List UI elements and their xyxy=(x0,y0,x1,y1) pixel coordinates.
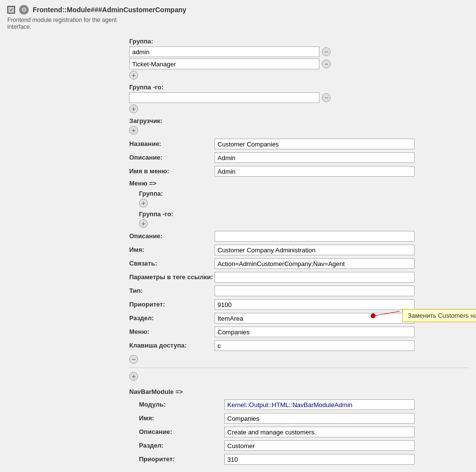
navbar-name-content xyxy=(224,413,469,424)
menu-access-key-input[interactable] xyxy=(215,340,415,351)
group-ro-add-btn[interactable]: + xyxy=(129,104,138,113)
menu-section-title: Меню => xyxy=(129,180,469,187)
content-area: Группа: − − + Группа -го: − xyxy=(7,38,469,468)
navbar-name-input[interactable] xyxy=(224,413,415,424)
group-row-1: − xyxy=(129,46,469,57)
menu-name-input[interactable] xyxy=(215,166,415,177)
menu-priority-input[interactable] xyxy=(215,299,415,310)
description-input[interactable] xyxy=(215,152,415,163)
name-content xyxy=(215,139,469,149)
menu-section2-label: Раздел: xyxy=(129,313,215,322)
navbar-priority-label: Приоритет: xyxy=(139,454,224,463)
group-ro-label: Группа -го: xyxy=(129,83,469,91)
menu-priority-content xyxy=(215,299,469,310)
navbar-section-input[interactable] xyxy=(224,440,415,451)
navbar-section-content xyxy=(224,440,469,451)
module-subtitle: Frontend module registration for the age… xyxy=(7,17,129,30)
navbar-description-label: Описание: xyxy=(139,427,224,435)
menu-name-row: Имя в меню: xyxy=(129,166,469,177)
navbar-description-input[interactable] xyxy=(224,427,415,437)
group-label: Группа: xyxy=(129,38,469,45)
menu-name-label: Имя в меню: xyxy=(129,166,215,175)
module-checkbox[interactable] xyxy=(7,6,15,14)
menu-type-row: Тип: xyxy=(129,286,469,296)
navbar-module-row: Модуль: xyxy=(139,399,469,410)
name-input[interactable] xyxy=(215,139,415,149)
group-remove-2[interactable]: − xyxy=(322,60,331,68)
navbar-description-content xyxy=(224,427,469,437)
menu-name2-row: Имя: xyxy=(129,245,469,255)
menu-description-content xyxy=(215,231,469,242)
description-content xyxy=(215,152,469,163)
group-ro-row: − xyxy=(129,92,469,103)
section-controls: − xyxy=(129,355,469,364)
menu-menu-label: Меню: xyxy=(129,327,215,335)
group-ro-remove[interactable]: − xyxy=(322,93,331,102)
menu-description-label: Описание: xyxy=(129,231,215,240)
navbar-priority-input[interactable] xyxy=(224,454,415,465)
navbar-priority-content xyxy=(224,454,469,465)
name-label: Название: xyxy=(129,139,215,147)
navbar-section-title: NavBarModule => xyxy=(129,388,469,395)
name-row: Название: xyxy=(129,139,469,149)
group-ro-field: Группа -го: − + xyxy=(129,83,469,113)
navbar-module-input[interactable] xyxy=(224,399,415,410)
tooltip-popup: Заменить Customers на Companies xyxy=(402,309,476,322)
module-header: ⚙ Frontend::Module###AdminCustomerCompan… xyxy=(7,5,469,15)
navbar-section-row: Раздел: xyxy=(139,440,469,451)
module-title: Frontend::Module###AdminCustomerCompany xyxy=(33,6,186,14)
description-label: Описание: xyxy=(129,152,215,161)
menu-name2-content xyxy=(215,245,469,255)
description-row: Описание: xyxy=(129,152,469,163)
loader-label: Загрузчик: xyxy=(129,117,469,124)
menu-name2-input[interactable] xyxy=(215,245,415,255)
menu-group-section: Группа: + xyxy=(139,190,469,207)
group-row-2: − xyxy=(129,59,469,69)
form-section: Группа: − − + Группа -го: − xyxy=(129,38,469,468)
section-add-area: + xyxy=(129,372,469,381)
menu-menu-content xyxy=(215,327,469,337)
loader-add-btn[interactable]: + xyxy=(129,126,138,135)
tooltip-annotation: Заменить Customers на Companies xyxy=(371,309,476,322)
tooltip-line xyxy=(376,311,399,316)
navbar-module-label: Модуль: xyxy=(139,399,224,408)
menu-link-params-input[interactable] xyxy=(215,272,415,283)
menu-section2-row: Раздел: Заменить Customers на Companies xyxy=(129,313,469,324)
navbar-priority-row: Приоритет: xyxy=(139,454,469,465)
menu-link-params-content xyxy=(215,272,469,283)
menu-link-params-label: Параметры в теге ссылки: xyxy=(129,272,215,282)
menu-access-key-content xyxy=(215,340,469,351)
tooltip-dot xyxy=(371,313,376,318)
menu-access-key-label: Клавиша доступа: xyxy=(129,340,215,349)
navbar-section-label: Раздел: xyxy=(139,440,224,449)
menu-group-label: Группа: xyxy=(139,190,469,197)
group-input-1[interactable] xyxy=(129,46,319,57)
section-remove-btn[interactable]: − xyxy=(129,355,138,364)
menu-menu-row: Меню: xyxy=(129,327,469,337)
group-ro-input[interactable] xyxy=(129,92,319,103)
group-remove-1[interactable]: − xyxy=(322,47,331,56)
menu-group-add-btn[interactable]: + xyxy=(139,199,148,207)
menu-group-ro-label: Группа -го: xyxy=(139,210,469,218)
menu-priority-row: Приоритет: xyxy=(129,299,469,310)
menu-link-label: Связать: xyxy=(129,258,215,267)
group-field: Группа: − − + xyxy=(129,38,469,80)
menu-menu-input[interactable] xyxy=(215,327,415,337)
menu-link-input[interactable] xyxy=(215,258,415,269)
menu-type-input[interactable] xyxy=(215,286,415,296)
menu-description-row: Описание: xyxy=(129,231,469,242)
menu-type-label: Тип: xyxy=(129,286,215,294)
menu-link-params-row: Параметры в теге ссылки: xyxy=(129,272,469,283)
menu-type-content xyxy=(215,286,469,296)
loader-field: Загрузчик: + xyxy=(129,117,469,135)
divider-1 xyxy=(129,368,469,368)
section-add-btn[interactable]: + xyxy=(129,372,138,381)
group-add-btn[interactable]: + xyxy=(129,71,138,80)
page-container: ⚙ Frontend::Module###AdminCustomerCompan… xyxy=(0,0,476,472)
menu-description-input[interactable] xyxy=(215,231,415,242)
menu-group-ro-section: Группа -го: + xyxy=(139,210,469,228)
menu-access-key-row: Клавиша доступа: xyxy=(129,340,469,351)
menu-section2-content: Заменить Customers на Companies xyxy=(215,313,469,324)
group-input-2[interactable] xyxy=(129,59,319,69)
menu-group-ro-add-btn[interactable]: + xyxy=(139,219,148,228)
